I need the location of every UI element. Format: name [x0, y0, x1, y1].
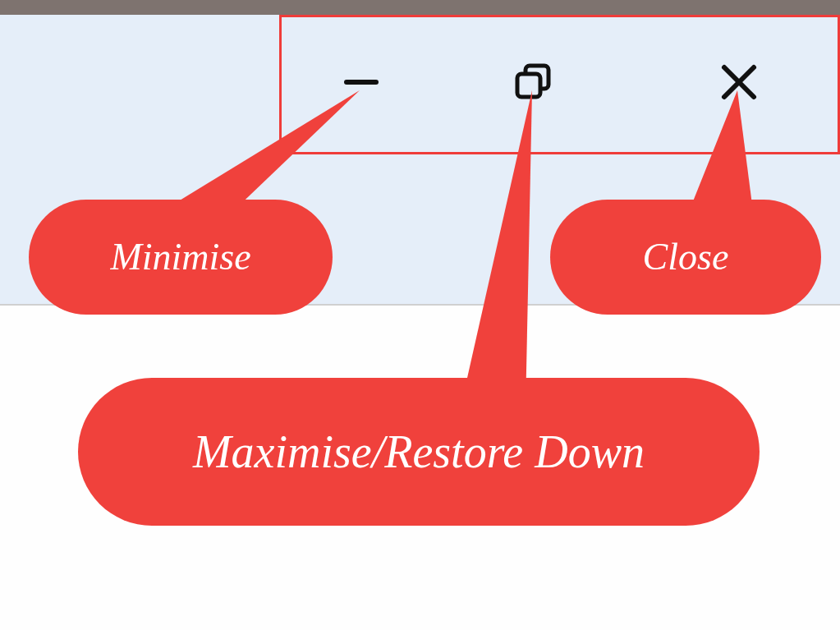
callout-close-label: Close	[643, 238, 729, 276]
callout-close: Close	[550, 200, 821, 315]
window-frame-top	[0, 0, 840, 15]
callout-minimise: Minimise	[29, 200, 333, 315]
minimise-icon	[337, 57, 386, 107]
minimise-button[interactable]	[312, 49, 411, 115]
callout-maximise-restore: Maximise/Restore Down	[78, 378, 760, 526]
close-button[interactable]	[690, 49, 788, 115]
close-icon	[714, 57, 764, 107]
restore-icon	[509, 57, 558, 107]
callout-minimise-label: Minimise	[110, 238, 250, 276]
svg-rect-2	[517, 74, 540, 97]
restore-down-button[interactable]	[484, 49, 583, 115]
callout-maximise-label: Maximise/Restore Down	[193, 429, 645, 475]
